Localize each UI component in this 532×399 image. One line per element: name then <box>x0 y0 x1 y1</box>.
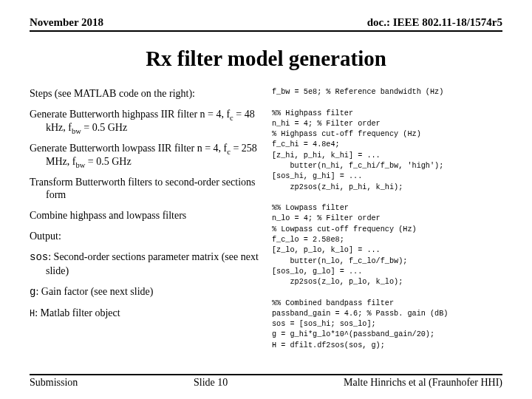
footer-slide-number: Slide 10 <box>194 377 228 389</box>
output-g: g: Gain factor (see next slide) <box>30 285 259 299</box>
header-doc-id: doc.: IEEE 802.11-18/1574r5 <box>367 16 502 29</box>
steps-column: Steps (see MATLAB code on the right): Ge… <box>30 87 259 351</box>
output-sos: sos: Second-order sections parameter mat… <box>30 250 259 278</box>
slide-footer: Submission Slide 10 Malte Hinrichs et al… <box>30 374 502 389</box>
steps-heading: Steps (see MATLAB code on the right): <box>30 87 259 100</box>
footer-left: Submission <box>30 377 78 389</box>
step-highpass: Generate Butterworth highpass IIR filter… <box>30 108 259 134</box>
header-date: November 2018 <box>30 16 103 29</box>
slide-title: Rx filter model generation <box>30 47 502 71</box>
footer-author: Malte Hinrichs et al (Fraunhofer HHI) <box>344 377 502 389</box>
step-transform: Transform Butterworth filters to second-… <box>30 176 259 202</box>
step-lowpass: Generate Butterworth lowpass IIR filter … <box>30 142 259 168</box>
output-h: H: Matlab filter object <box>30 307 259 320</box>
output-heading: Output: <box>30 230 259 243</box>
matlab-code-block: f_bw = 5e8; % Reference bandwidth (Hz) %… <box>272 87 502 351</box>
step-combine: Combine highpass and lowpass filters <box>30 209 259 222</box>
slide-header: November 2018 doc.: IEEE 802.11-18/1574r… <box>30 16 502 32</box>
content-columns: Steps (see MATLAB code on the right): Ge… <box>30 87 502 351</box>
